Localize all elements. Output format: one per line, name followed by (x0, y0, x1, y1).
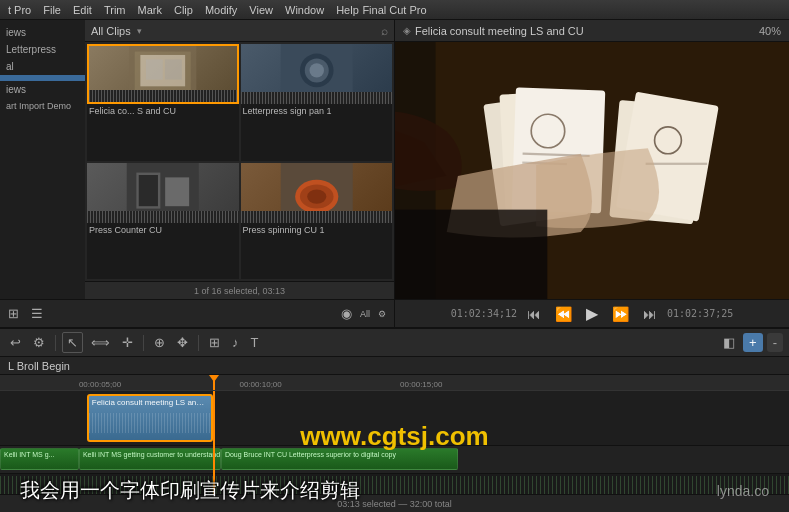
audio-wave-1 (89, 90, 237, 102)
svg-rect-28 (646, 163, 707, 165)
viewer-controls: 01:02:34;12 ⏮ ⏪ ▶ ⏩ ⏭ 01:02:37;25 (395, 299, 789, 327)
go-to-start-button[interactable]: ⏮ (523, 304, 545, 324)
browser-panel: iews Letterpress al iews art Import Demo… (0, 20, 395, 327)
clip-list: All Clips ▾ ⌕ (85, 20, 394, 299)
sidebar-item-letterpress[interactable]: Letterpress (0, 41, 85, 58)
clip-kelli-2[interactable]: Kelli INT MS getting customer to underst… (79, 448, 221, 470)
browser-tool-2[interactable]: ☰ (27, 304, 47, 323)
upper-area: iews Letterpress al iews art Import Demo… (0, 20, 789, 327)
browser-selection-status: 1 of 16 selected, 03:13 (194, 286, 285, 296)
tl-trim-tool[interactable]: ⟺ (87, 333, 114, 352)
timeline-selection-status: 03:13 selected — 32:00 total (337, 499, 452, 509)
clip-thumb-img-3 (87, 163, 239, 223)
timecode-in: 01:02:34;12 (451, 308, 517, 319)
svg-rect-29 (395, 210, 547, 299)
clip-grid: Felicia co... S and CU (85, 42, 394, 281)
primary-video-track: Felicia consult meeting LS and CU (0, 391, 789, 446)
viewer-header: ◈ Felicia consult meeting LS and CU 40% (395, 20, 789, 42)
tl-separator-3 (198, 335, 199, 351)
tl-tool-blade[interactable]: ⚙ (29, 333, 49, 352)
tl-audio-btn[interactable]: ♪ (228, 333, 243, 352)
tl-zoom-tool[interactable]: ⊕ (150, 333, 169, 352)
clip-thumb-img-2 (241, 44, 393, 104)
timeline-ruler: 00:00:05;00 00:00:10;00 00:00:15;00 (0, 375, 789, 391)
clip-thumb-img-4 (241, 163, 393, 223)
audio-wave-4 (241, 211, 393, 223)
svg-rect-4 (165, 59, 182, 79)
clip-doug[interactable]: Doug Bruce INT CU Letterpress superior t… (221, 448, 458, 470)
menu-view[interactable]: View (249, 4, 273, 16)
viewer-screen (395, 42, 789, 299)
menu-file[interactable]: File (43, 4, 61, 16)
clip-label-4: Press spinning CU 1 (241, 223, 393, 237)
clip-thumb-1[interactable]: Felicia co... S and CU (87, 44, 239, 161)
browser-sort-btn[interactable]: ⚙ (374, 307, 390, 321)
tl-tool-arrow[interactable]: ↩ (6, 333, 25, 352)
clip-label-3: Press Counter CU (87, 223, 239, 237)
tl-separator-2 (143, 335, 144, 351)
viewer-area: ◈ Felicia consult meeting LS and CU 40% (395, 20, 789, 327)
timecode-out: 01:02:37;25 (667, 308, 733, 319)
rewind-button[interactable]: ⏪ (551, 304, 576, 324)
svg-rect-11 (139, 175, 158, 206)
svg-point-8 (309, 63, 323, 77)
go-to-end-button[interactable]: ⏭ (639, 304, 661, 324)
timeline-toolbar: ↩ ⚙ ↖ ⟺ ✛ ⊕ ✥ ⊞ ♪ T ◧ + - (0, 329, 789, 357)
viewer-title: Felicia consult meeting LS and CU (415, 25, 755, 37)
svg-rect-3 (146, 59, 163, 79)
viewer-image (395, 42, 789, 299)
menu-window[interactable]: Window (285, 4, 324, 16)
sidebar-item-import[interactable]: art Import Demo (0, 98, 85, 114)
menu-clip[interactable]: Clip (174, 4, 193, 16)
clip-thumb-img-1 (87, 44, 239, 104)
clip-thumb-2[interactable]: Letterpress sign pan 1 (241, 44, 393, 161)
menu-trim[interactable]: Trim (104, 4, 126, 16)
timeline-section: ↩ ⚙ ↖ ⟺ ✛ ⊕ ✥ ⊞ ♪ T ◧ + - L Broll Begin … (0, 327, 789, 512)
viewer-zoom: 40% (759, 25, 781, 37)
timeline-status-bar: 03:13 selected — 32:00 total (0, 494, 789, 512)
browser-filter-all: All (360, 309, 370, 319)
clip-thumb-3[interactable]: Press Counter CU (87, 163, 239, 280)
viewer-clip-icon: ◈ (403, 25, 411, 36)
tl-expand-btn[interactable]: + (743, 333, 763, 352)
audio-track (0, 474, 789, 494)
tl-appearance-btn[interactable]: ◧ (719, 333, 739, 352)
clips-dropdown-icon[interactable]: ▾ (137, 26, 142, 36)
tl-hand-tool[interactable]: ✥ (173, 333, 192, 352)
fast-forward-button[interactable]: ⏩ (608, 304, 633, 324)
secondary-track: Kelli INT MS g... Kelli INT MS getting c… (0, 446, 789, 474)
clip-label-1: Felicia co... S and CU (87, 104, 239, 118)
menu-app[interactable]: t Pro (8, 4, 31, 16)
tl-snap-btn[interactable]: ⊞ (205, 333, 224, 352)
svg-rect-12 (165, 177, 189, 206)
sidebar-item-0[interactable]: iews (0, 24, 85, 41)
clip-thumb-4[interactable]: Press spinning CU 1 (241, 163, 393, 280)
tl-pos-tool[interactable]: ✛ (118, 333, 137, 352)
tl-select-tool[interactable]: ↖ (62, 332, 83, 353)
tl-separator-1 (55, 335, 56, 351)
menu-edit[interactable]: Edit (73, 4, 92, 16)
browser-filter-btn[interactable]: ◉ (337, 304, 356, 323)
sidebar-item-al[interactable]: al (0, 58, 85, 75)
main-body: iews Letterpress al iews art Import Demo… (0, 20, 789, 512)
tl-text-btn[interactable]: T (247, 333, 263, 352)
menu-help[interactable]: Help (336, 4, 359, 16)
sidebar-nav: iews Letterpress al iews art Import Demo (0, 20, 85, 299)
timeline-tracks: Felicia consult meeting LS and CU Kelli … (0, 391, 789, 494)
sidebar-item-views2[interactable]: iews (0, 81, 85, 98)
tl-collapse-btn[interactable]: - (767, 333, 783, 352)
selected-clip-block[interactable]: Felicia consult meeting LS and CU (87, 394, 213, 442)
app-title: Final Cut Pro (362, 4, 426, 16)
clip-kelli-1[interactable]: Kelli INT MS g... (0, 448, 79, 470)
menu-modify[interactable]: Modify (205, 4, 237, 16)
browser-tool-1[interactable]: ⊞ (4, 304, 23, 323)
svg-point-16 (307, 189, 326, 203)
timeline-name-bar: L Broll Begin (0, 357, 789, 375)
selected-clip-label: Felicia consult meeting LS and CU (89, 396, 211, 409)
timeline-name: L Broll Begin (8, 360, 70, 372)
play-button[interactable]: ▶ (582, 302, 602, 325)
menu-mark[interactable]: Mark (138, 4, 162, 16)
audio-wave-2 (241, 92, 393, 104)
audio-wave-3 (87, 211, 239, 223)
search-icon[interactable]: ⌕ (381, 24, 388, 38)
